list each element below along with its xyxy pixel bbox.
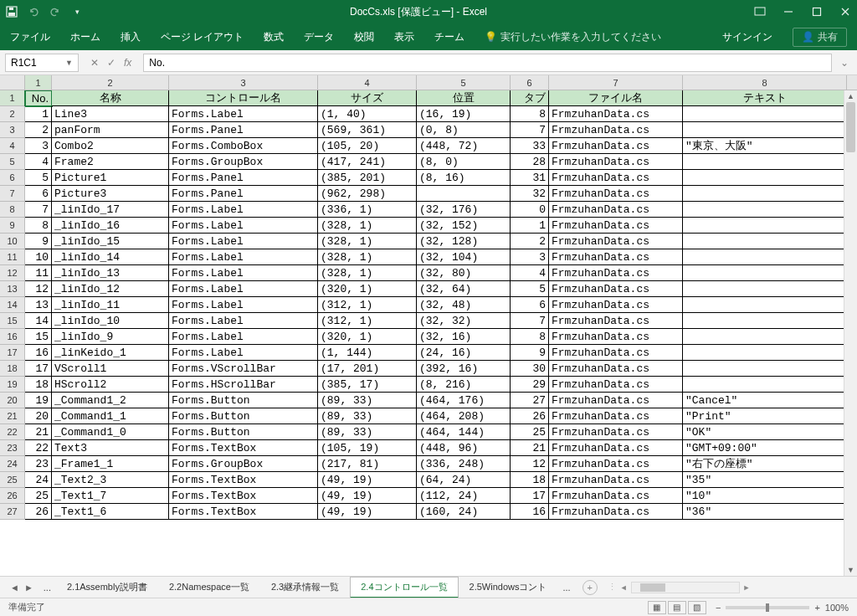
sheet-overflow-right[interactable]: ...: [557, 583, 575, 593]
cell[interactable]: FrmzuhanData.cs: [549, 202, 683, 218]
tab-team[interactable]: チーム: [434, 30, 464, 44]
cell[interactable]: [417, 186, 511, 202]
cell[interactable]: 32: [511, 186, 549, 202]
cell[interactable]: (392, 16): [417, 361, 511, 377]
cell[interactable]: Forms.Label: [169, 297, 318, 313]
cell[interactable]: (328, 1): [318, 249, 417, 265]
cell[interactable]: [683, 329, 847, 345]
cell[interactable]: (1, 144): [318, 345, 417, 361]
cell[interactable]: FrmzuhanData.cs: [549, 393, 683, 408]
row-header[interactable]: 4: [0, 138, 25, 154]
cell[interactable]: 7: [25, 202, 52, 218]
cell[interactable]: 31: [511, 170, 549, 186]
row-header[interactable]: 6: [0, 170, 25, 186]
cell[interactable]: Forms.GroupBox: [169, 456, 318, 472]
cell[interactable]: Forms.VScrollBar: [169, 361, 318, 377]
cancel-formula-icon[interactable]: ✕: [90, 57, 99, 69]
zoom-slider-thumb[interactable]: [766, 603, 769, 612]
cell[interactable]: FrmzuhanData.cs: [549, 154, 683, 170]
share-button[interactable]: 👤共有: [793, 28, 847, 47]
row-header[interactable]: 27: [0, 504, 25, 520]
cell[interactable]: (336, 248): [417, 456, 511, 472]
fx-icon[interactable]: fx: [124, 57, 131, 69]
cell[interactable]: FrmzuhanData.cs: [549, 265, 683, 281]
row-header[interactable]: 2: [0, 106, 25, 122]
cell[interactable]: [683, 186, 847, 202]
cell[interactable]: 19: [25, 393, 52, 408]
cell[interactable]: 8: [25, 218, 52, 234]
cell[interactable]: _Frame1_1: [52, 456, 169, 472]
cell[interactable]: 2: [25, 122, 52, 138]
col-header[interactable]: 1: [25, 75, 52, 90]
tab-formulas[interactable]: 数式: [264, 30, 284, 44]
sheet-tab[interactable]: 2.5Windowsコント: [459, 577, 558, 598]
cell[interactable]: 3: [25, 138, 52, 154]
cell[interactable]: Forms.GroupBox: [169, 154, 318, 170]
view-pagebreak-icon[interactable]: ▧: [688, 601, 706, 614]
cell[interactable]: VScroll1: [52, 361, 169, 377]
cell[interactable]: (64, 24): [417, 472, 511, 488]
row-header[interactable]: 15: [0, 313, 25, 329]
cell[interactable]: 12: [511, 456, 549, 472]
cell[interactable]: Forms.Label: [169, 265, 318, 281]
cell[interactable]: FrmzuhanData.cs: [549, 234, 683, 249]
hscroll-left-icon[interactable]: ◄: [620, 583, 628, 592]
row-header[interactable]: 26: [0, 488, 25, 504]
cell[interactable]: _linIdo_16: [52, 218, 169, 234]
cell[interactable]: _linIdo_10: [52, 313, 169, 329]
cell[interactable]: Forms.Label: [169, 249, 318, 265]
cell[interactable]: FrmzuhanData.cs: [549, 281, 683, 297]
cell[interactable]: Picture1: [52, 170, 169, 186]
cell[interactable]: (312, 1): [318, 297, 417, 313]
sheet-nav[interactable]: ◄►: [5, 583, 38, 593]
cell[interactable]: FrmzuhanData.cs: [549, 170, 683, 186]
cell[interactable]: _Text1_6: [52, 504, 169, 520]
row-header[interactable]: 16: [0, 329, 25, 345]
cell[interactable]: (320, 1): [318, 281, 417, 297]
cell[interactable]: (49, 19): [318, 472, 417, 488]
cell[interactable]: 25: [25, 488, 52, 504]
table-header-cell[interactable]: No.: [25, 90, 52, 106]
view-pagelayout-icon[interactable]: ▤: [668, 601, 686, 614]
cell[interactable]: 21: [511, 440, 549, 456]
cell[interactable]: 1: [511, 218, 549, 234]
cell[interactable]: Picture3: [52, 186, 169, 202]
hscroll-right-icon[interactable]: ►: [743, 583, 751, 592]
save-icon[interactable]: [5, 5, 18, 18]
cell[interactable]: (417, 241): [318, 154, 417, 170]
cell[interactable]: 26: [511, 408, 549, 424]
cell[interactable]: Frame2: [52, 154, 169, 170]
row-header[interactable]: 24: [0, 456, 25, 472]
cell[interactable]: Forms.TextBox: [169, 472, 318, 488]
table-header-cell[interactable]: 位置: [417, 90, 511, 106]
cell[interactable]: (8, 16): [417, 170, 511, 186]
ribbon-display-icon[interactable]: [753, 5, 767, 18]
cell[interactable]: _linIdo_12: [52, 281, 169, 297]
cell[interactable]: [683, 361, 847, 377]
cell[interactable]: _linKeido_1: [52, 345, 169, 361]
cell[interactable]: Forms.Label: [169, 281, 318, 297]
cell[interactable]: Forms.Label: [169, 345, 318, 361]
row-header[interactable]: 12: [0, 265, 25, 281]
zoom-in-button[interactable]: +: [814, 603, 819, 613]
cell[interactable]: (328, 1): [318, 218, 417, 234]
cell[interactable]: FrmzuhanData.cs: [549, 408, 683, 424]
scroll-thumb[interactable]: [846, 102, 855, 152]
cell[interactable]: FrmzuhanData.cs: [549, 122, 683, 138]
sheet-tab[interactable]: 2.3継承情報一覧: [260, 577, 350, 598]
tab-file[interactable]: ファイル: [10, 30, 50, 44]
row-header[interactable]: 17: [0, 345, 25, 361]
row-header[interactable]: 19: [0, 377, 25, 393]
cell[interactable]: [683, 377, 847, 393]
cell[interactable]: (24, 16): [417, 345, 511, 361]
cell[interactable]: (336, 1): [318, 202, 417, 218]
row-header[interactable]: 14: [0, 297, 25, 313]
prev-sheet-icon[interactable]: ◄: [10, 583, 19, 593]
cell[interactable]: (385, 17): [318, 377, 417, 393]
cell[interactable]: Forms.TextBox: [169, 440, 318, 456]
cell[interactable]: 5: [25, 170, 52, 186]
cell[interactable]: 26: [25, 504, 52, 520]
cell[interactable]: Forms.HScrollBar: [169, 377, 318, 393]
cell[interactable]: 16: [511, 504, 549, 520]
cell[interactable]: FrmzuhanData.cs: [549, 329, 683, 345]
